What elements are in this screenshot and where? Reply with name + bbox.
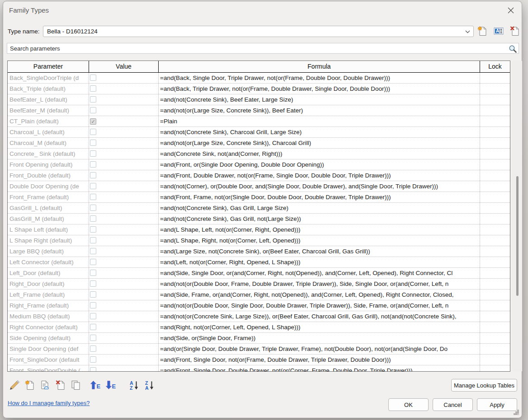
formula-cell[interactable]: =and(not(or(Double Door, Single Door, Do… — [159, 300, 480, 311]
parameter-name[interactable]: Concrete_ Sink (default) — [8, 149, 89, 159]
parameter-name[interactable]: Front_Double (default) — [8, 170, 89, 181]
search-icon[interactable] — [508, 44, 517, 53]
parameter-name[interactable]: L Shape Left (default) — [8, 224, 89, 235]
value-checkbox[interactable] — [90, 129, 96, 135]
type-name-combobox[interactable]: Bella - D16012124 — [43, 26, 474, 37]
search-parameters-input[interactable]: Search parameters — [7, 43, 519, 54]
formula-cell[interactable]: =and(Side, Frame, or(and(Corner, Right, … — [159, 289, 480, 300]
value-checkbox[interactable] — [90, 356, 96, 363]
column-header-formula[interactable]: Formula — [159, 61, 480, 72]
parameter-name[interactable]: Charcoal_M (default) — [8, 138, 89, 148]
manage-lookup-tables-button[interactable]: Manage Lookup Tables — [451, 379, 517, 392]
formula-cell[interactable]: =and(Left, not(or(Corner, Right, Opened,… — [159, 257, 480, 267]
parameter-name[interactable]: Single Door Opening (def — [8, 344, 89, 354]
value-checkbox[interactable] — [90, 75, 96, 81]
value-checkbox[interactable] — [90, 270, 96, 276]
delete-type-icon[interactable] — [509, 26, 520, 37]
parameter-name[interactable]: BeefEater_L (default) — [8, 94, 89, 105]
value-checkbox[interactable] — [90, 345, 96, 352]
formula-cell[interactable]: =and(not(Concrete Sink), Gas Grill, not(… — [159, 214, 480, 224]
value-checkbox[interactable] — [90, 107, 96, 113]
parameter-name[interactable]: GasGrill_M (default) — [8, 214, 89, 224]
value-checkbox[interactable] — [90, 302, 96, 308]
formula-cell[interactable]: =and(Right, not(or(Corner, Left, Opened,… — [159, 322, 480, 332]
formula-cell[interactable]: =and(not(or(Large Size, Concrete Sink)),… — [159, 138, 480, 148]
value-checkbox[interactable] — [90, 280, 96, 287]
value-checkbox[interactable]: ✓ — [90, 118, 96, 125]
formula-cell[interactable]: =and(not(Concrete Sink), Gas Grill, Larg… — [159, 203, 480, 213]
formula-cell[interactable]: =and(Back, Triple Drawer, not(or(Frame, … — [159, 84, 480, 94]
value-checkbox[interactable] — [90, 259, 96, 265]
value-checkbox[interactable] — [90, 85, 96, 92]
sort-ascending-icon[interactable]: A Z — [129, 380, 140, 391]
parameter-name[interactable]: Front_SingleDoorDouble ( — [8, 365, 89, 372]
parameter-name[interactable]: Double Door Opening (de — [8, 181, 89, 191]
parameter-name[interactable]: Right_Door (default) — [8, 279, 89, 289]
parameter-name[interactable]: CT_Plain (default) — [8, 116, 89, 126]
value-checkbox[interactable] — [90, 96, 96, 103]
parameter-name[interactable]: Left Connector (default) — [8, 257, 89, 267]
close-icon[interactable] — [507, 6, 515, 14]
value-checkbox[interactable] — [90, 237, 96, 243]
value-checkbox[interactable] — [90, 161, 96, 168]
value-checkbox[interactable] — [90, 194, 96, 200]
formula-cell[interactable]: =and(L Shape, Left, not(or(Corner, Right… — [159, 224, 480, 235]
formula-cell[interactable]: =and(L Shape, Right, not(or(Corner, Left… — [159, 235, 480, 246]
rename-type-icon[interactable]: A — [493, 26, 504, 37]
value-checkbox[interactable] — [90, 150, 96, 157]
value-checkbox[interactable] — [90, 183, 96, 189]
edit-parameter-icon[interactable] — [9, 380, 20, 391]
parameter-name[interactable]: Medium BBQ (default) — [8, 311, 89, 322]
column-header-lock[interactable]: Lock — [480, 61, 510, 72]
value-checkbox[interactable] — [90, 335, 96, 341]
parameter-name[interactable]: Back_Triple (default) — [8, 84, 89, 94]
new-parameter-icon[interactable] — [24, 380, 35, 391]
column-header-parameter[interactable]: Parameter — [8, 61, 89, 72]
column-header-value[interactable]: Value — [89, 61, 159, 72]
parameter-name[interactable]: Right Connector (default) — [8, 322, 89, 332]
parameter-name[interactable]: Left_Frame (default) — [8, 289, 89, 300]
chevron-down-icon[interactable] — [465, 30, 470, 33]
new-type-icon[interactable] — [477, 26, 488, 37]
value-checkbox[interactable] — [90, 324, 96, 330]
move-parameter-down-icon[interactable]: E — [105, 380, 116, 391]
value-checkbox[interactable] — [90, 291, 96, 298]
formula-cell[interactable]: =Plain — [159, 116, 480, 126]
scrollbar-thumb[interactable] — [516, 176, 519, 296]
ok-button[interactable]: OK — [388, 398, 429, 411]
parameter-name[interactable]: Front_Frame (default) — [8, 192, 89, 202]
dialog-titlebar[interactable]: Family Types — [3, 1, 522, 19]
help-link[interactable]: How do I manage family types? — [8, 400, 90, 406]
formula-cell[interactable]: =and(Front, or(Single Door Opening, Doub… — [159, 159, 480, 170]
cancel-button[interactable]: Cancel — [433, 398, 473, 411]
value-checkbox[interactable] — [90, 248, 96, 254]
value-checkbox[interactable] — [90, 140, 96, 146]
formula-cell[interactable]: =and(not(Concrete Sink), Charcoal Grill,… — [159, 127, 480, 137]
value-checkbox[interactable] — [90, 172, 96, 178]
parameter-name[interactable]: Large BBQ (default) — [8, 246, 89, 257]
parameter-name[interactable]: Side Opening (default) — [8, 333, 89, 343]
formula-cell[interactable]: =and(Concrete Sink, not(and(Corner, Righ… — [159, 149, 480, 159]
value-checkbox[interactable] — [90, 367, 96, 372]
parameter-name[interactable]: GasGrill_L (default) — [8, 203, 89, 213]
duplicate-parameter-icon[interactable] — [71, 380, 81, 391]
formula-cell[interactable]: =and(not(Concrete Sink), Beef Eater, Lar… — [159, 94, 480, 105]
formula-cell[interactable]: =and(Side, Single Door, or(and(Corner, R… — [159, 268, 480, 278]
parameter-name[interactable]: Back_SingleDoorTriple (d — [8, 73, 89, 83]
value-checkbox[interactable] — [90, 205, 96, 211]
formula-cell[interactable]: =and(Side, or(Single Door, Frame)) — [159, 333, 480, 343]
parameter-name[interactable]: Left_Door (default) — [8, 268, 89, 278]
parameter-name[interactable]: L Shape Right (default) — [8, 235, 89, 246]
formula-cell[interactable]: =and(not(or(Double Door, Frame, Double D… — [159, 279, 480, 289]
parameter-name[interactable]: Charcoal_L (default) — [8, 127, 89, 137]
parameter-name[interactable]: Right_Frame (default) — [8, 300, 89, 311]
resize-grip-icon[interactable] — [518, 414, 519, 415]
parameter-name[interactable]: Front_SingleDoor (default — [8, 355, 89, 365]
formula-cell[interactable]: =and(Front, Single Door, not(or(Frame, D… — [159, 355, 480, 365]
value-checkbox[interactable] — [90, 313, 96, 319]
formula-cell[interactable]: =and(Front, Double Drawer, not(or(Frame,… — [159, 170, 480, 181]
formula-cell[interactable]: =and(or(Single Door, Double Drawer, Trip… — [159, 344, 480, 354]
move-parameter-up-icon[interactable]: E — [90, 380, 101, 391]
vertical-scrollbar[interactable] — [512, 61, 522, 371]
formula-cell[interactable]: =and(not(or(Concrete Sink, Large Size)),… — [159, 311, 480, 322]
